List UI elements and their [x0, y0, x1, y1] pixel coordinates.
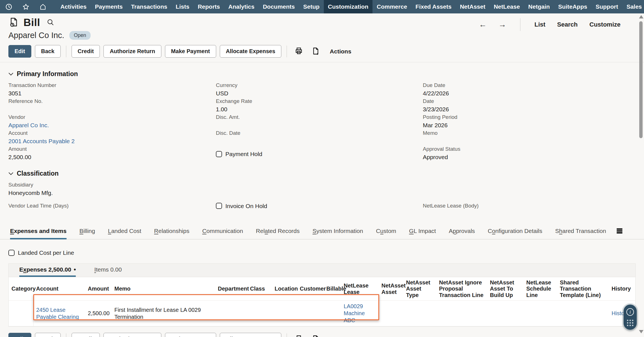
- nav-item-analytics[interactable]: Analytics: [224, 0, 259, 13]
- nav-item-commerce[interactable]: Commerce: [372, 0, 411, 13]
- vendor-link[interactable]: Apparel Co Inc.: [8, 122, 49, 128]
- nav-item-lists[interactable]: Lists: [171, 0, 194, 13]
- payment-hold-checkbox[interactable]: [216, 151, 222, 157]
- field-due-date: Due Date 4/22/2026: [423, 82, 644, 98]
- make-payment-button[interactable]: Make Payment: [165, 45, 216, 58]
- col-location: Location: [272, 277, 297, 301]
- subtab-expenses[interactable]: Expenses 2,500.00 •: [19, 264, 76, 277]
- table-rows-icon[interactable]: [616, 227, 623, 236]
- tab-landed-cost[interactable]: Landed Cost: [108, 226, 141, 239]
- nav-item-payments[interactable]: Payments: [91, 0, 127, 13]
- recent-records-icon[interactable]: [5, 3, 13, 11]
- nav-item-sales[interactable]: Sales: [622, 0, 644, 13]
- tab-system-information[interactable]: System Information: [313, 226, 363, 239]
- field-exchange-rate: Exchange Rate 1.00: [216, 98, 423, 114]
- tab-configuration-details[interactable]: Configuration Details: [488, 226, 542, 239]
- chevron-down-icon[interactable]: [8, 172, 13, 175]
- nav-item-setup[interactable]: Setup: [299, 0, 324, 13]
- cell-account: 2450 Lease Payable Clearing: [33, 301, 85, 326]
- nav-item-netgain[interactable]: Netgain: [524, 0, 554, 13]
- allocate-expenses-button[interactable]: Allocate Expenses: [220, 45, 282, 58]
- cell-netasset-asset-type: [403, 301, 436, 326]
- expense-table-row: 2450 Lease Payable Clearing 2,500.00 Fir…: [9, 301, 635, 326]
- home-icon[interactable]: [39, 3, 47, 11]
- allocate-expenses-button[interactable]: Allocate Expenses: [220, 333, 282, 337]
- tab-related-records[interactable]: Related Records: [256, 226, 299, 239]
- field-date: Date 3/23/2026: [423, 98, 644, 114]
- tab-billing[interactable]: Billing: [79, 226, 95, 239]
- print-icon[interactable]: [292, 47, 305, 56]
- cell-department: [215, 301, 247, 326]
- col-customer: Customer: [297, 277, 324, 301]
- search-link[interactable]: Search: [557, 21, 577, 28]
- edit-button[interactable]: Edit: [8, 333, 31, 337]
- customize-link[interactable]: Customize: [589, 21, 621, 28]
- status-badge: Open: [69, 31, 91, 40]
- edit-button[interactable]: Edit: [8, 45, 31, 58]
- landed-cost-per-line-checkbox[interactable]: [8, 250, 15, 256]
- tab-communication[interactable]: Communication: [202, 226, 243, 239]
- bill-record-icon: [8, 17, 19, 29]
- nav-item-netasset[interactable]: NetAsset: [456, 0, 490, 13]
- credit-button[interactable]: Credit: [72, 333, 100, 337]
- tab-gl-impact[interactable]: GL Impact: [409, 226, 436, 239]
- scroll-down-arrow[interactable]: [639, 330, 643, 333]
- actions-menu[interactable]: Actions: [330, 336, 351, 337]
- record-name: Apparel Co Inc.: [8, 31, 64, 40]
- nav-item-transactions[interactable]: Transactions: [127, 0, 172, 13]
- account-link[interactable]: 2001 Accounts Payable 2: [8, 138, 75, 144]
- forward-arrow-icon[interactable]: →: [498, 21, 506, 29]
- cell-netasset-asset: [379, 301, 403, 326]
- toolbar-divider: [66, 333, 66, 337]
- nav-item-suiteapps[interactable]: SuiteApps: [554, 0, 591, 13]
- back-button[interactable]: Back: [35, 333, 61, 337]
- credit-button[interactable]: Credit: [72, 45, 100, 58]
- search-icon[interactable]: [46, 18, 55, 27]
- field-transaction-number: Transaction Number 3051: [8, 82, 216, 98]
- back-arrow-icon[interactable]: ←: [479, 21, 487, 29]
- nav-item-netlease[interactable]: NetLease: [490, 0, 524, 13]
- new-document-icon[interactable]: [309, 47, 322, 56]
- changed-marker: •: [74, 266, 76, 273]
- nav-item-customization[interactable]: Customization: [324, 0, 373, 13]
- shortcuts-star-icon[interactable]: [22, 3, 30, 11]
- tab-expenses-and-items[interactable]: Expenses and Items: [10, 226, 67, 239]
- nav-item-activities[interactable]: Activities: [56, 0, 91, 13]
- section-title: Primary Information: [17, 70, 78, 78]
- col-amount: Amount: [85, 277, 112, 301]
- back-button[interactable]: Back: [35, 45, 61, 58]
- make-payment-button[interactable]: Make Payment: [165, 333, 216, 337]
- info-icon[interactable]: i: [626, 308, 634, 316]
- actions-menu[interactable]: Actions: [330, 48, 351, 55]
- nav-item-reports[interactable]: Reports: [194, 0, 224, 13]
- cell-netlease-lease: LA0029 Machine ABC: [341, 301, 379, 326]
- toolbar-top: Edit Back Credit Authorize Return Make P…: [0, 45, 644, 58]
- nav-item-documents[interactable]: Documents: [259, 0, 299, 13]
- field-posting-period: Posting Period Mar 2026: [423, 114, 644, 130]
- authorize-return-button[interactable]: Authorize Return: [103, 45, 161, 58]
- new-document-icon[interactable]: [309, 334, 322, 337]
- authorize-return-button[interactable]: Authorize Return: [103, 333, 161, 337]
- col-category: Category: [9, 277, 33, 301]
- scrollbar-thumb[interactable]: [639, 21, 643, 138]
- scroll-up-arrow[interactable]: [639, 15, 643, 18]
- toolbar-bottom: Edit Back Credit Authorize Return Make P…: [0, 333, 644, 337]
- subtab-items[interactable]: Items 0.00: [94, 264, 122, 277]
- app-grid-icon[interactable]: [627, 320, 633, 326]
- netlease-lease-link[interactable]: LA0029 Machine ABC: [344, 303, 365, 323]
- print-icon[interactable]: [292, 334, 305, 337]
- tab-relationships[interactable]: Relationships: [154, 226, 189, 239]
- cell-netlease-schedule-line: [523, 301, 557, 326]
- tab-custom[interactable]: Custom: [376, 226, 396, 239]
- nav-item-fixed-assets[interactable]: Fixed Assets: [411, 0, 456, 13]
- page-title: Bill: [23, 17, 40, 29]
- list-link[interactable]: List: [534, 21, 545, 28]
- invoice-on-hold-checkbox[interactable]: [216, 203, 222, 209]
- chevron-down-icon[interactable]: [8, 72, 13, 76]
- expense-account-link[interactable]: 2450 Lease Payable Clearing: [36, 307, 79, 320]
- primary-information-section: Primary Information Transaction Number 3…: [0, 70, 644, 162]
- nav-item-support[interactable]: Support: [591, 0, 622, 13]
- tab-shared-transaction[interactable]: Shared Transaction: [555, 226, 606, 239]
- tab-approvals[interactable]: Approvals: [449, 226, 475, 239]
- col-netasset-asset-type: NetAsset Asset Type: [403, 277, 436, 301]
